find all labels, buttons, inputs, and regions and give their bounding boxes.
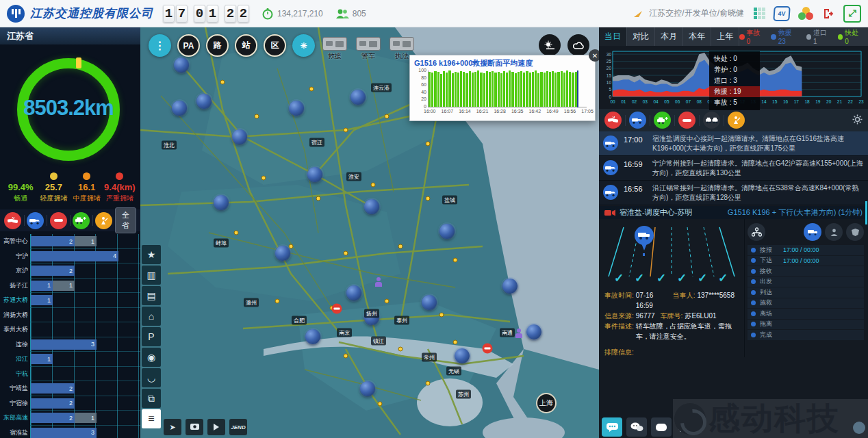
closure-marker[interactable] — [332, 304, 342, 314]
timeline-step[interactable]: 完成 — [748, 330, 864, 340]
map-toggle-police-car[interactable]: 警车 — [355, 34, 382, 61]
filter-accident-button[interactable] — [604, 112, 622, 129]
map-side-tool-4[interactable]: P — [142, 327, 161, 346]
event-row[interactable]: 16:56沿江锡常接到一起清障请求。清障地点在S38常合高速K84+000(常熟… — [599, 181, 868, 205]
vehicle-chat-button[interactable] — [676, 417, 696, 437]
map-bottom-jend-button[interactable]: JEND — [229, 419, 247, 435]
map-tool-layers-menu[interactable]: ⋮ — [149, 34, 171, 57]
police-unit-icon[interactable] — [846, 223, 864, 241]
closure-marker[interactable] — [483, 344, 493, 354]
map-bottom-camera-button[interactable] — [186, 419, 203, 435]
timeline-step[interactable]: 接收 — [748, 266, 864, 276]
vehicle-cluster-marker[interactable] — [232, 129, 247, 144]
section-bar-row[interactable]: 苏通大桥1 — [0, 293, 140, 308]
tab-本年[interactable]: 本年 — [683, 27, 711, 46]
filter-rescue-button[interactable] — [629, 112, 646, 129]
logout-button[interactable] — [821, 7, 835, 21]
vehicle-cluster-marker[interactable] — [307, 167, 322, 182]
tab-上年[interactable]: 上年 — [711, 27, 739, 46]
section-bar-row[interactable]: 润扬大桥 — [0, 308, 140, 323]
map-side-tool-2[interactable]: ▤ — [142, 286, 161, 305]
map-cloud-button[interactable] — [567, 34, 589, 56]
map-tool-service-area[interactable]: PA — [177, 34, 200, 57]
section-bar-row[interactable]: 宁宿徐2 — [0, 396, 140, 411]
fullscreen-button[interactable]: ⤢ — [843, 5, 861, 23]
section-bar-row[interactable]: 宁杭 — [0, 367, 140, 382]
map-weather-button[interactable] — [539, 34, 561, 56]
map-side-tool-1[interactable]: ▥ — [142, 266, 161, 285]
section-bar-row[interactable]: 宁靖盐2 — [0, 381, 140, 396]
section-bar-row[interactable]: 扬子江11 — [0, 279, 140, 294]
map-menu-button[interactable]: ≡ — [142, 409, 161, 428]
vehicle-cluster-marker[interactable] — [275, 246, 290, 261]
filter-quick-clear-button[interactable] — [73, 212, 90, 229]
settings-gear-button[interactable] — [852, 114, 863, 127]
person-marker[interactable] — [375, 277, 382, 287]
map-side-tool-0[interactable]: ★ — [142, 245, 161, 264]
filter-rescue-button[interactable] — [27, 212, 44, 229]
vehicle-cluster-marker[interactable] — [346, 285, 361, 300]
timeline-step[interactable]: 施救 — [748, 298, 864, 309]
user-breadcrumb[interactable]: 江苏交控/开发单位/俞晓健 — [633, 8, 744, 19]
tab-本月[interactable]: 本月 — [655, 27, 683, 46]
tab-当日[interactable]: 当日 — [599, 27, 627, 46]
map-tool-district-flag[interactable]: 区 — [264, 34, 286, 57]
section-bar-row[interactable]: 沿江1 — [0, 352, 140, 367]
event-row[interactable]: 17:00宿淮盐调度中心接到一起清障请求。清障地点在G1516盐洛高速K196+… — [599, 131, 868, 156]
vehicle-cluster-marker[interactable] — [214, 195, 229, 210]
timeline-step[interactable]: 下达17:00 / 00:00 — [748, 256, 864, 266]
org-chart-icon[interactable] — [748, 223, 765, 241]
event-row[interactable]: 16:59宁沪常州接到一起清障请求。清障地点在G42沪蓉高速K155+000(上… — [599, 156, 868, 181]
section-bar-row[interactable]: 连徐3 — [0, 337, 140, 352]
vehicle-cluster-marker[interactable] — [350, 90, 366, 105]
map-bottom-send-button[interactable]: ➤ — [164, 419, 181, 435]
4v-badge-button[interactable]: 4V — [774, 6, 790, 21]
vehicle-cluster-marker[interactable] — [502, 279, 518, 294]
wechat-button[interactable] — [626, 417, 647, 437]
section-bar-row[interactable]: 京沪2 — [0, 263, 140, 279]
vehicle-cluster-marker[interactable] — [364, 199, 379, 214]
chat-active-button[interactable] — [602, 417, 622, 437]
vehicle-cluster-marker[interactable] — [289, 101, 304, 116]
timeline-step[interactable]: 出发 — [748, 277, 864, 287]
filter-construction-button[interactable] — [728, 112, 745, 129]
filter-accident-button[interactable] — [4, 212, 21, 229]
person-marker[interactable] — [515, 328, 522, 338]
timeline-step[interactable]: 拖离 — [748, 320, 864, 330]
corner-widget-icon[interactable] — [853, 422, 865, 434]
section-bar-row[interactable]: 高管中心21 — [0, 234, 140, 249]
map-toggle-rescue-truck[interactable]: 救援 — [321, 34, 348, 61]
vehicle-cluster-marker[interactable] — [439, 224, 455, 239]
timeline-step[interactable]: 到达 — [748, 287, 864, 298]
timeline-step[interactable]: 接报17:00 / 00:00 — [748, 245, 864, 255]
vehicle-cluster-marker[interactable] — [526, 324, 541, 339]
filter-closure-button[interactable] — [50, 212, 67, 229]
theme-palette-button[interactable] — [798, 7, 813, 21]
map-side-tool-3[interactable]: ⌂ — [142, 307, 161, 326]
tab-对比[interactable]: 对比 — [627, 27, 655, 46]
apps-grid-button[interactable] — [754, 8, 765, 19]
map-tool-road-flag[interactable]: 路 — [206, 34, 229, 57]
section-bar-row[interactable]: 东部高速21 — [0, 411, 140, 426]
vehicle-cluster-marker[interactable] — [455, 348, 470, 363]
all-province-button[interactable]: 全省 — [115, 207, 136, 233]
vehicle-cluster-marker[interactable] — [305, 329, 320, 344]
vehicle-cluster-marker[interactable] — [422, 295, 437, 310]
popup-close-button[interactable]: ✕ — [589, 49, 599, 62]
map-tool-traffic-wheel[interactable]: ✳ — [292, 34, 315, 57]
section-bar-row[interactable]: 泰州大桥 — [0, 322, 140, 337]
map-tool-station-flag[interactable]: 站 — [235, 34, 257, 57]
vehicle-cluster-marker[interactable] — [172, 101, 187, 116]
filter-congestion-button[interactable] — [703, 112, 720, 129]
map-side-tool-7[interactable]: ⧉ — [142, 389, 161, 408]
timeline-step[interactable]: 离场 — [748, 309, 864, 319]
map-side-tool-6[interactable]: ◡ — [142, 368, 161, 387]
maintenance-unit-icon[interactable] — [825, 223, 843, 241]
shanghai-map-button[interactable]: 上海 — [536, 393, 557, 413]
filter-closure-button[interactable] — [678, 112, 695, 129]
rescue-unit-icon[interactable] — [804, 223, 821, 241]
map-side-tool-5[interactable]: ◉ — [142, 348, 161, 367]
section-bar-row[interactable]: 宁沪4 — [0, 249, 140, 264]
map-bottom-play-button[interactable] — [207, 419, 225, 435]
filter-construction-button[interactable] — [95, 212, 112, 229]
